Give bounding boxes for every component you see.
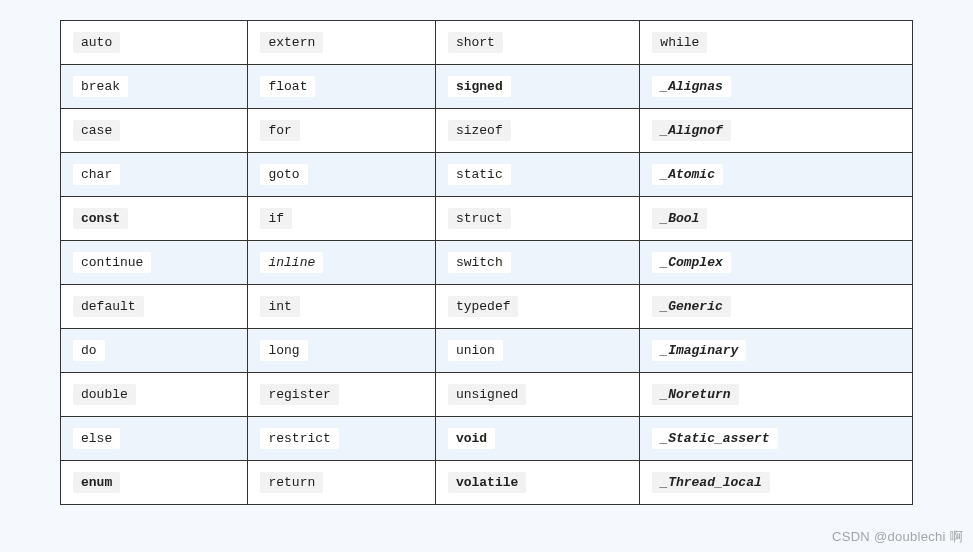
table-cell: signed: [435, 65, 639, 109]
keyword: int: [260, 296, 299, 317]
table-cell: extern: [248, 21, 435, 65]
table-cell: float: [248, 65, 435, 109]
table-cell: _Atomic: [640, 153, 913, 197]
table-cell: switch: [435, 241, 639, 285]
table-cell: _Noreturn: [640, 373, 913, 417]
table-cell: volatile: [435, 461, 639, 505]
table-row: continueinlineswitch_Complex: [61, 241, 913, 285]
table-cell: _Imaginary: [640, 329, 913, 373]
keyword: double: [73, 384, 136, 405]
keyword: extern: [260, 32, 323, 53]
keyword: _Alignas: [652, 76, 730, 97]
keyword: inline: [260, 252, 323, 273]
table-cell: _Alignof: [640, 109, 913, 153]
keyword: enum: [73, 472, 120, 493]
table-row: defaultinttypedef_Generic: [61, 285, 913, 329]
table-row: autoexternshortwhile: [61, 21, 913, 65]
table-row: breakfloatsigned_Alignas: [61, 65, 913, 109]
keyword: switch: [448, 252, 511, 273]
keyword: break: [73, 76, 128, 97]
table-cell: restrict: [248, 417, 435, 461]
keyword: register: [260, 384, 338, 405]
table-cell: case: [61, 109, 248, 153]
keyword: float: [260, 76, 315, 97]
table-cell: void: [435, 417, 639, 461]
keyword: for: [260, 120, 299, 141]
keyword: _Static_assert: [652, 428, 777, 449]
table-cell: auto: [61, 21, 248, 65]
table-cell: else: [61, 417, 248, 461]
keyword: do: [73, 340, 105, 361]
table-cell: _Generic: [640, 285, 913, 329]
table-cell: goto: [248, 153, 435, 197]
table-row: doubleregisterunsigned_Noreturn: [61, 373, 913, 417]
keywords-table: autoexternshortwhilebreakfloatsigned_Ali…: [60, 20, 913, 505]
table-cell: register: [248, 373, 435, 417]
keyword: _Generic: [652, 296, 730, 317]
keyword: _Bool: [652, 208, 707, 229]
keyword: volatile: [448, 472, 526, 493]
table-row: chargotostatic_Atomic: [61, 153, 913, 197]
keyword: default: [73, 296, 144, 317]
keyword: if: [260, 208, 292, 229]
keyword: _Thread_local: [652, 472, 769, 493]
table-cell: if: [248, 197, 435, 241]
keyword: sizeof: [448, 120, 511, 141]
table-cell: double: [61, 373, 248, 417]
table-cell: continue: [61, 241, 248, 285]
keyword: auto: [73, 32, 120, 53]
table-cell: struct: [435, 197, 639, 241]
keyword: _Complex: [652, 252, 730, 273]
table-row: enumreturnvolatile_Thread_local: [61, 461, 913, 505]
table-cell: const: [61, 197, 248, 241]
table-cell: inline: [248, 241, 435, 285]
keyword: else: [73, 428, 120, 449]
keyword: short: [448, 32, 503, 53]
table-cell: break: [61, 65, 248, 109]
table-cell: for: [248, 109, 435, 153]
keyword: signed: [448, 76, 511, 97]
table-cell: _Thread_local: [640, 461, 913, 505]
table-cell: unsigned: [435, 373, 639, 417]
table-cell: short: [435, 21, 639, 65]
table-row: constifstruct_Bool: [61, 197, 913, 241]
keyword: case: [73, 120, 120, 141]
keyword: void: [448, 428, 495, 449]
keyword: while: [652, 32, 707, 53]
keyword: typedef: [448, 296, 519, 317]
keyword: const: [73, 208, 128, 229]
keyword: return: [260, 472, 323, 493]
keyword: restrict: [260, 428, 338, 449]
keyword: long: [260, 340, 307, 361]
keyword: unsigned: [448, 384, 526, 405]
table-cell: default: [61, 285, 248, 329]
table-cell: _Alignas: [640, 65, 913, 109]
keyword: _Alignof: [652, 120, 730, 141]
table-cell: sizeof: [435, 109, 639, 153]
table-row: caseforsizeof_Alignof: [61, 109, 913, 153]
keyword: union: [448, 340, 503, 361]
table-cell: _Bool: [640, 197, 913, 241]
keyword: _Noreturn: [652, 384, 738, 405]
table-cell: typedef: [435, 285, 639, 329]
table-cell: _Static_assert: [640, 417, 913, 461]
keyword: _Atomic: [652, 164, 723, 185]
table-cell: long: [248, 329, 435, 373]
keyword: goto: [260, 164, 307, 185]
keyword: continue: [73, 252, 151, 273]
table-cell: static: [435, 153, 639, 197]
table-cell: char: [61, 153, 248, 197]
keyword: static: [448, 164, 511, 185]
table-cell: union: [435, 329, 639, 373]
table-row: elserestrictvoid_Static_assert: [61, 417, 913, 461]
table-row: dolongunion_Imaginary: [61, 329, 913, 373]
table-cell: while: [640, 21, 913, 65]
table-cell: _Complex: [640, 241, 913, 285]
table-cell: enum: [61, 461, 248, 505]
table-cell: return: [248, 461, 435, 505]
keyword: _Imaginary: [652, 340, 746, 361]
table-cell: int: [248, 285, 435, 329]
keyword: char: [73, 164, 120, 185]
keyword: struct: [448, 208, 511, 229]
table-cell: do: [61, 329, 248, 373]
